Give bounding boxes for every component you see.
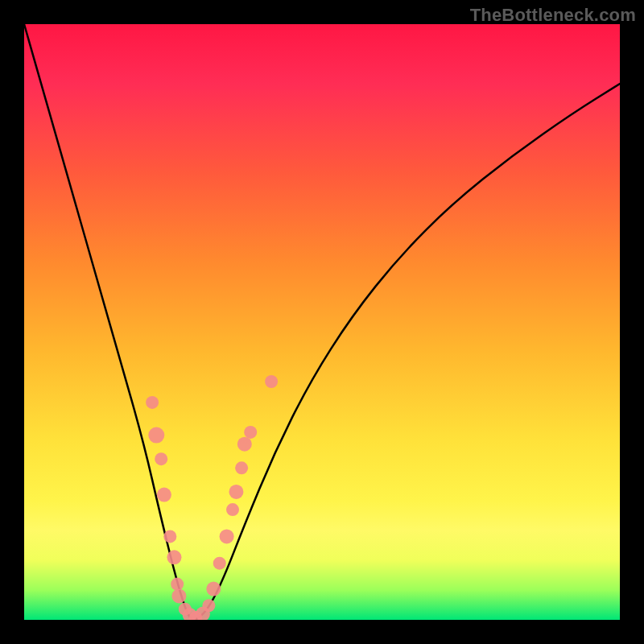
data-point — [171, 588, 186, 603]
data-point — [157, 488, 171, 502]
bottleneck-curve — [24, 24, 620, 620]
data-point — [213, 557, 226, 570]
data-point — [167, 550, 181, 564]
data-point — [163, 530, 176, 543]
data-point — [171, 578, 184, 591]
data-point — [148, 427, 164, 444]
data-point — [146, 396, 159, 409]
data-point — [235, 461, 248, 474]
data-point — [155, 452, 167, 465]
data-point — [226, 503, 239, 516]
chart-svg — [24, 24, 620, 620]
watermark-text: TheBottleneck.com — [470, 5, 636, 26]
data-point — [265, 375, 278, 388]
data-point — [229, 485, 243, 499]
data-point — [206, 582, 221, 597]
chart-frame: TheBottleneck.com — [0, 0, 644, 644]
data-point — [237, 437, 252, 452]
data-point — [244, 426, 257, 439]
plot-area — [24, 24, 620, 620]
data-point — [220, 529, 234, 543]
data-point — [202, 599, 215, 612]
